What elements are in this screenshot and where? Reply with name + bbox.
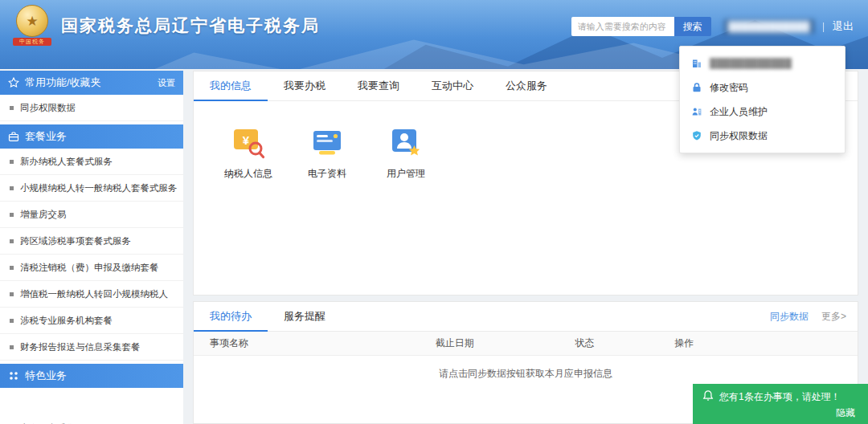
sidebar-item-new-taxpayer-package[interactable]: 新办纳税人套餐式服务 <box>0 149 183 175</box>
sidebar-item-financial-report-package[interactable]: 财务报告报送与信息采集套餐 <box>0 334 183 361</box>
tab-inquiry[interactable]: 我要查询 <box>342 71 416 101</box>
menu-item-label: 同步权限数据 <box>710 129 768 143</box>
user-management-icon <box>389 150 423 161</box>
tab-my-todo[interactable]: 我的待办 <box>194 302 268 332</box>
star-icon <box>8 77 19 88</box>
company-icon <box>691 58 702 69</box>
briefcase-icon <box>8 131 19 142</box>
tax-bureau-logo: ★ 中国税务 <box>13 5 51 46</box>
sidebar-item-sync-permission[interactable]: 同步权限数据 <box>0 95 183 121</box>
todo-tabbar-actions: 同步数据 更多> <box>770 310 858 324</box>
sidebar-item-label: 增值税一般纳税人转回小规模纳税人 <box>20 288 168 300</box>
todo-tab-bar: 我的待办 服务提醒 同步数据 更多> <box>194 302 858 332</box>
more-link[interactable]: 更多> <box>821 310 846 324</box>
search-input[interactable] <box>571 17 674 36</box>
shortcut-electronic-documents[interactable]: 电子资料 <box>298 125 356 181</box>
bell-icon <box>702 390 714 404</box>
user-dropdown-menu: ████████████ 修改密码 企业人员维护 同步权限数据 <box>679 46 845 153</box>
menu-item-staff-maintenance[interactable]: 企业人员维护 <box>680 100 845 124</box>
item-bullet <box>10 186 14 190</box>
column-status: 状态 <box>559 336 658 350</box>
sidebar-item-label: 跨区域涉税事项套餐式服务 <box>20 235 131 247</box>
search-button[interactable]: 搜索 <box>674 17 711 36</box>
sidebar-item-special-business[interactable]: 实名信息采集 <box>0 415 183 424</box>
item-bullet <box>10 106 14 110</box>
shield-icon <box>691 130 702 141</box>
sidebar-item-cross-region-package[interactable]: 跨区域涉税事项套餐式服务 <box>0 228 183 255</box>
header-divider: | <box>822 21 825 32</box>
toast-message-row: 您有1条在办事项，请处理！ <box>693 384 868 404</box>
tab-interaction-center[interactable]: 互动中心 <box>416 71 489 101</box>
item-bullet <box>10 266 14 270</box>
svg-text:¥: ¥ <box>243 133 250 147</box>
sidebar-item-label: 清税注销税（费）申报及缴纳套餐 <box>20 262 159 274</box>
tab-public-service[interactable]: 公众服务 <box>489 71 563 101</box>
item-bullet <box>10 160 14 164</box>
header-right: 搜索 ████████████ | 退出 <box>571 17 854 36</box>
sidebar-section-special: 特色业务 <box>0 364 183 388</box>
taxpayer-info-icon: ¥ <box>231 150 265 161</box>
item-bullet <box>10 345 14 349</box>
search-box: 搜索 <box>571 17 711 36</box>
shortcut-taxpayer-info[interactable]: ¥ 纳税人信息 <box>219 125 277 181</box>
item-bullet <box>10 292 14 296</box>
sidebar-item-small-to-general-package[interactable]: 小规模纳税人转一般纳税人套餐式服务 <box>0 175 183 202</box>
menu-item-label: 修改密码 <box>710 81 748 95</box>
menu-item-sync-permission[interactable]: 同步权限数据 <box>680 124 845 148</box>
item-bullet <box>10 239 14 243</box>
section-title: 常用功能/收藏夹 <box>25 75 101 90</box>
staff-icon <box>691 106 702 117</box>
sidebar-item-new-house-transaction[interactable]: 增量房交易 <box>0 202 183 228</box>
shortcut-label: 纳税人信息 <box>219 167 277 181</box>
shortcut-user-management[interactable]: 用户管理 <box>377 125 435 181</box>
tab-service-reminder[interactable]: 服务提醒 <box>268 302 342 332</box>
sidebar-item-label: 小规模纳税人转一般纳税人套餐式服务 <box>20 182 178 194</box>
sidebar-item-label: 新办纳税人套餐式服务 <box>20 156 113 168</box>
shortcut-label: 用户管理 <box>377 167 435 181</box>
lock-icon <box>691 82 702 93</box>
toast-hide-button[interactable]: 隐藏 <box>836 406 855 420</box>
item-bullet <box>10 319 14 323</box>
pending-task-toast: 您有1条在办事项，请处理！ 隐藏 <box>693 384 868 424</box>
sidebar: 常用功能/收藏夹 设置 同步权限数据 套餐业务 新办纳税人套餐式服务 小规模纳税… <box>0 71 183 424</box>
tab-tax-handling[interactable]: 我要办税 <box>268 71 342 101</box>
brand: ★ 中国税务 国家税务总局辽宁省电子税务局 <box>13 5 320 46</box>
column-operation: 操作 <box>658 336 858 350</box>
toast-message: 您有1条在办事项，请处理！ <box>719 390 841 404</box>
sidebar-item-label: 同步权限数据 <box>20 102 76 114</box>
sidebar-item-label: 涉税专业服务机构套餐 <box>20 315 113 327</box>
logout-link[interactable]: 退出 <box>833 19 854 34</box>
menu-item-label: ████████████ <box>710 58 792 69</box>
sidebar-item-tax-clearance-package[interactable]: 清税注销税（费）申报及缴纳套餐 <box>0 255 183 281</box>
todo-table-header: 事项名称 截止日期 状态 操作 <box>194 332 858 356</box>
sidebar-section-packages: 套餐业务 <box>0 124 183 149</box>
national-emblem-icon: ★ <box>16 5 48 37</box>
logo-ribbon: 中国税务 <box>13 38 51 46</box>
column-deadline: 截止日期 <box>420 336 559 350</box>
sidebar-item-general-to-small-package[interactable]: 增值税一般纳税人转回小规模纳税人 <box>0 281 183 308</box>
grid-icon <box>8 370 19 381</box>
sync-data-link[interactable]: 同步数据 <box>770 310 809 324</box>
section-title: 套餐业务 <box>25 129 67 144</box>
sidebar-section-favorites: 常用功能/收藏夹 设置 <box>0 71 183 95</box>
item-bullet <box>10 213 14 217</box>
current-user-name[interactable]: ████████████ <box>724 19 814 34</box>
column-item-name: 事项名称 <box>194 336 420 350</box>
menu-item-change-password[interactable]: 修改密码 <box>680 75 845 100</box>
tab-my-info[interactable]: 我的信息 <box>194 71 268 101</box>
sidebar-item-tax-service-agency-package[interactable]: 涉税专业服务机构套餐 <box>0 308 183 334</box>
settings-link[interactable]: 设置 <box>158 77 175 89</box>
section-title: 特色业务 <box>25 369 67 383</box>
site-title: 国家税务总局辽宁省电子税务局 <box>61 14 320 37</box>
menu-item-company-name[interactable]: ████████████ <box>680 51 845 75</box>
electronic-documents-icon <box>310 150 344 161</box>
menu-item-label: 企业人员维护 <box>710 105 768 119</box>
sidebar-item-label: 增量房交易 <box>20 209 67 221</box>
shortcut-label: 电子资料 <box>298 167 356 181</box>
sidebar-item-label: 财务报告报送与信息采集套餐 <box>20 341 141 353</box>
